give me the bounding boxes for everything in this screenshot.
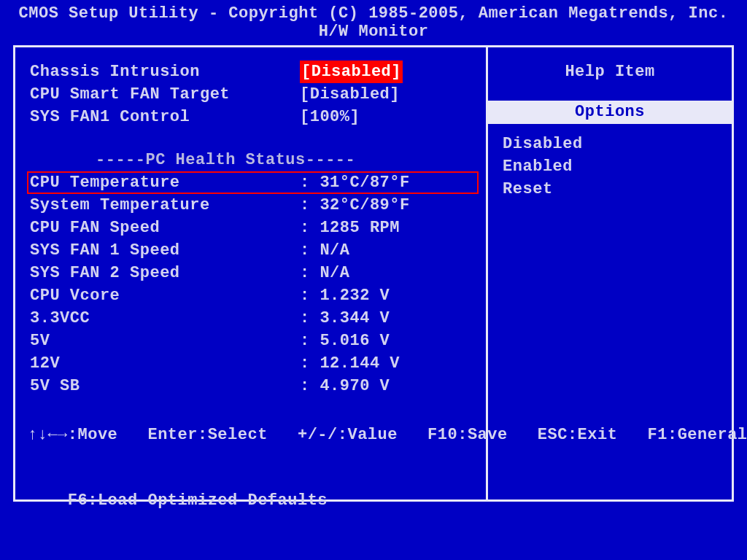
health-5v: 5V: 5.016 V	[30, 330, 476, 352]
health-12v: 12V: 12.144 V	[30, 352, 476, 375]
health-label: 3.3VCC	[30, 307, 300, 330]
health-cpu-temperature: CPU Temperature: 31°C/87°F	[30, 171, 476, 194]
header-subtitle: H/W Monitor	[0, 23, 747, 44]
health-value: N/A	[320, 262, 349, 284]
options-header: Options	[488, 101, 732, 124]
pc-health-section-title: -----PC Health Status-----	[30, 149, 476, 171]
health-value: 31°C/87°F	[320, 171, 409, 194]
bios-screen: CMOS Setup Utility - Copyright (C) 1985-…	[0, 0, 747, 560]
footer-hints: ↑↓←→:Move Enter:Select +/-/:Value F10:Sa…	[13, 381, 734, 556]
health-value: 32°C/89°F	[320, 194, 409, 217]
health-label: CPU Vcore	[30, 284, 300, 307]
setting-label: SYS FAN1 Control	[30, 106, 300, 128]
header-title: CMOS Setup Utility - Copyright (C) 1985-…	[0, 0, 747, 23]
health-sys-fan-1-speed: SYS FAN 1 Speed: N/A	[30, 239, 476, 262]
setting-label: CPU Smart FAN Target	[30, 83, 300, 106]
health-value: 1285 RPM	[320, 217, 400, 239]
option-disabled[interactable]: Disabled	[495, 133, 724, 155]
setting-value: [Disabled]	[300, 83, 400, 106]
health-cpu-fan-speed: CPU FAN Speed: 1285 RPM	[30, 217, 476, 239]
health-system-temperature: System Temperature: 32°C/89°F	[30, 194, 476, 217]
health-value: 3.344 V	[320, 307, 390, 330]
setting-value: [Disabled]	[300, 61, 403, 83]
health-value: 5.016 V	[320, 330, 390, 352]
setting-sys-fan1-control[interactable]: SYS FAN1 Control [100%]	[30, 106, 476, 128]
health-sys-fan-2-speed: SYS FAN 2 Speed: N/A	[30, 262, 476, 284]
health-label: CPU FAN Speed	[30, 217, 300, 239]
health-label: SYS FAN 2 Speed	[30, 262, 300, 284]
health-value: N/A	[320, 239, 349, 262]
health-label: CPU Temperature	[30, 171, 300, 194]
health-label: 12V	[30, 352, 300, 375]
setting-label: Chassis Intrusion	[30, 61, 300, 83]
setting-chassis-intrusion[interactable]: Chassis Intrusion [Disabled]	[30, 61, 476, 83]
help-item-title: Help Item	[495, 61, 724, 83]
health-label: 5V	[30, 330, 300, 352]
option-reset[interactable]: Reset	[495, 178, 724, 201]
health-label: SYS FAN 1 Speed	[30, 239, 300, 262]
footer-line-1: ↑↓←→:Move Enter:Select +/-/:Value F10:Sa…	[28, 424, 734, 446]
health-value: 1.232 V	[320, 284, 390, 307]
health-cpu-vcore: CPU Vcore: 1.232 V	[30, 284, 476, 307]
setting-cpu-smart-fan-target[interactable]: CPU Smart FAN Target [Disabled]	[30, 83, 476, 106]
option-enabled[interactable]: Enabled	[495, 155, 724, 178]
setting-value: [100%]	[300, 106, 360, 128]
footer-line-2: F6:Load Optimized Defaults	[28, 490, 734, 512]
health-value: 12.144 V	[320, 352, 400, 375]
health-label: System Temperature	[30, 194, 300, 217]
health-3-3vcc: 3.3VCC: 3.344 V	[30, 307, 476, 330]
